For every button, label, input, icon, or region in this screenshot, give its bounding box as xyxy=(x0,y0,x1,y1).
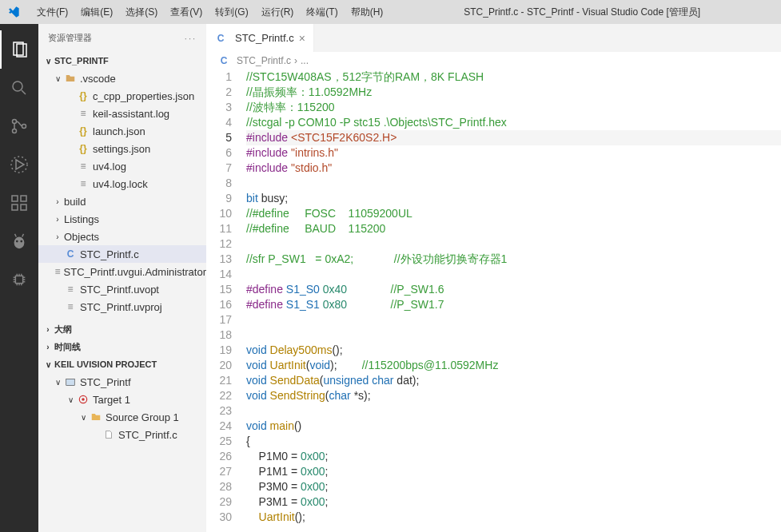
menu-item[interactable]: 文件(F) xyxy=(30,6,74,19)
code-line[interactable]: //波特率：115200 xyxy=(246,100,781,115)
tree-row[interactable]: {}launch.json xyxy=(38,122,206,140)
scm-icon[interactable] xyxy=(0,107,38,145)
tree-label: uv4.log.lock xyxy=(93,178,148,190)
code-line[interactable]: //#define BAUD 115200 xyxy=(246,221,781,236)
code-line[interactable]: #include "intrins.h" xyxy=(246,145,781,161)
tree-row[interactable]: ∨.vscode xyxy=(38,69,206,87)
tree-label: STC_Printf.uvgui.Administrator xyxy=(64,266,206,278)
code-line[interactable]: //stcgal -p COM10 -P stc15 .\Objects\STC… xyxy=(246,115,781,130)
tree-row[interactable]: ≡STC_Printf.uvopt xyxy=(38,280,206,298)
tree-row[interactable]: ∨Source Group 1 xyxy=(38,408,206,426)
code-line[interactable]: void main() xyxy=(246,419,781,434)
menu-item[interactable]: 查看(V) xyxy=(164,6,209,19)
tree-label: .vscode xyxy=(80,73,116,85)
code-line[interactable]: #include <STC15F2K60S2.H> xyxy=(246,130,781,145)
code-line[interactable]: void SendString(char *s); xyxy=(246,388,781,403)
line-number: 11 xyxy=(206,221,232,236)
tree-row[interactable]: {}c_cpp_properties.json xyxy=(38,87,206,105)
code-line[interactable]: //#define FOSC 11059200UL xyxy=(246,206,781,221)
tree-row[interactable]: CSTC_Printf.c xyxy=(38,245,206,263)
tree-label: Objects xyxy=(64,231,99,243)
tree-row[interactable]: {}settings.json xyxy=(38,140,206,157)
tree-row[interactable]: STC_Printf.c xyxy=(38,426,206,443)
code-line[interactable]: bit busy; xyxy=(246,191,781,206)
keil-section-header[interactable]: ∨KEIL UVISION PROJECT xyxy=(38,355,206,373)
code-line[interactable]: void SendData(unsigned char dat); xyxy=(246,373,781,388)
code-line[interactable]: P3M0 = 0x00; xyxy=(246,479,781,494)
code-line[interactable] xyxy=(246,312,781,328)
code-line[interactable]: P1M1 = 0x00; xyxy=(246,464,781,479)
tab-label: STC_Printf.c xyxy=(235,32,294,44)
code-line[interactable]: //sfr P_SW1 = 0xA2; //外设功能切换寄存器1 xyxy=(246,252,781,267)
keil-group-icon xyxy=(90,411,102,423)
code-line[interactable]: //晶振频率：11.0592MHz xyxy=(246,85,781,100)
code-line[interactable]: void Delay500ms(); xyxy=(246,343,781,358)
menu-item[interactable]: 终端(T) xyxy=(300,6,344,19)
file-icon: ≡ xyxy=(77,177,90,190)
menu-item[interactable]: 运行(R) xyxy=(255,6,301,19)
code-line[interactable]: P1M0 = 0x00; xyxy=(246,449,781,464)
project-section-header[interactable]: ∨STC_PRINTF xyxy=(38,52,206,69)
explorer-icon[interactable] xyxy=(0,30,38,69)
outline-section-header[interactable]: ›大纲 xyxy=(38,320,206,338)
debug-icon[interactable] xyxy=(0,145,38,184)
code-line[interactable]: //STC15W408AS，512字节的RAM，8K FLASH xyxy=(246,69,781,85)
chevron-icon: › xyxy=(51,197,64,206)
svg-line-14 xyxy=(15,234,17,237)
editor-tabs: C STC_Printf.c × xyxy=(206,24,781,52)
menu-item[interactable]: 转到(G) xyxy=(209,6,254,19)
svg-rect-31 xyxy=(66,379,75,386)
menu-item[interactable]: 编辑(E) xyxy=(74,6,119,19)
svg-point-33 xyxy=(82,398,85,401)
line-number: 19 xyxy=(206,343,232,358)
line-number: 28 xyxy=(206,479,232,494)
code-line[interactable] xyxy=(246,328,781,343)
code-line[interactable] xyxy=(246,403,781,419)
tree-row[interactable]: ≡STC_Printf.uvgui.Administrator xyxy=(38,263,206,280)
code-line[interactable] xyxy=(246,267,781,282)
tree-row[interactable]: ›build xyxy=(38,193,206,210)
tab-stc-printf[interactable]: C STC_Printf.c × xyxy=(206,24,314,52)
code-line[interactable]: { xyxy=(246,434,781,449)
tree-row[interactable]: ≡uv4.log.lock xyxy=(38,175,206,193)
tree-row[interactable]: ›Objects xyxy=(38,228,206,245)
code-line[interactable]: UartInit(); xyxy=(246,510,781,525)
tree-row[interactable]: ∨ STC_Printf xyxy=(38,373,206,391)
code-line[interactable]: void UartInit(void); //115200bps@11.0592… xyxy=(246,358,781,373)
line-gutter: 1234567891011121314151617181920212223242… xyxy=(206,69,246,532)
line-number: 16 xyxy=(206,297,232,312)
menu-item[interactable]: 选择(S) xyxy=(119,6,164,19)
pio-icon[interactable] xyxy=(0,222,38,260)
file-icon: ≡ xyxy=(64,300,77,313)
chip-icon[interactable] xyxy=(0,260,38,299)
tree-row[interactable]: ≡keil-assistant.log xyxy=(38,105,206,122)
breadcrumb[interactable]: C STC_Printf.c › ... xyxy=(206,52,781,69)
keil-project-icon xyxy=(64,375,77,388)
tree-row[interactable]: ≡uv4.log xyxy=(38,157,206,175)
code-line[interactable]: #include "stdio.h" xyxy=(246,161,781,176)
vscode-logo xyxy=(6,5,21,19)
timeline-section-header[interactable]: ›时间线 xyxy=(38,338,206,355)
code-area[interactable]: 1234567891011121314151617181920212223242… xyxy=(206,69,781,532)
tree-row[interactable]: ≡STC_Printf.uvproj xyxy=(38,298,206,316)
svg-point-6 xyxy=(22,125,26,129)
more-icon[interactable]: ··· xyxy=(185,34,197,43)
extensions-icon[interactable] xyxy=(0,184,38,222)
tree-row[interactable]: ›Listings xyxy=(38,210,206,228)
line-number: 4 xyxy=(206,115,232,130)
svg-line-3 xyxy=(22,90,26,94)
close-icon[interactable]: × xyxy=(299,32,305,45)
menu-item[interactable]: 帮助(H) xyxy=(345,6,390,19)
tree-row[interactable]: ∨Target 1 xyxy=(38,391,206,408)
sidebar-title: 资源管理器 xyxy=(48,32,92,44)
line-number: 30 xyxy=(206,510,232,525)
code-content[interactable]: //STC15W408AS，512字节的RAM，8K FLASH//晶振频率：1… xyxy=(246,69,781,532)
search-icon[interactable] xyxy=(0,69,38,107)
code-line[interactable] xyxy=(246,236,781,252)
code-line[interactable]: #define S1_S0 0x40 //P_SW1.6 xyxy=(246,282,781,297)
code-line[interactable]: #define S1_S1 0x80 //P_SW1.7 xyxy=(246,297,781,312)
keil-target-icon xyxy=(77,393,90,406)
code-line[interactable] xyxy=(246,176,781,191)
code-line[interactable]: P3M1 = 0x00; xyxy=(246,494,781,510)
line-number: 7 xyxy=(206,161,232,176)
